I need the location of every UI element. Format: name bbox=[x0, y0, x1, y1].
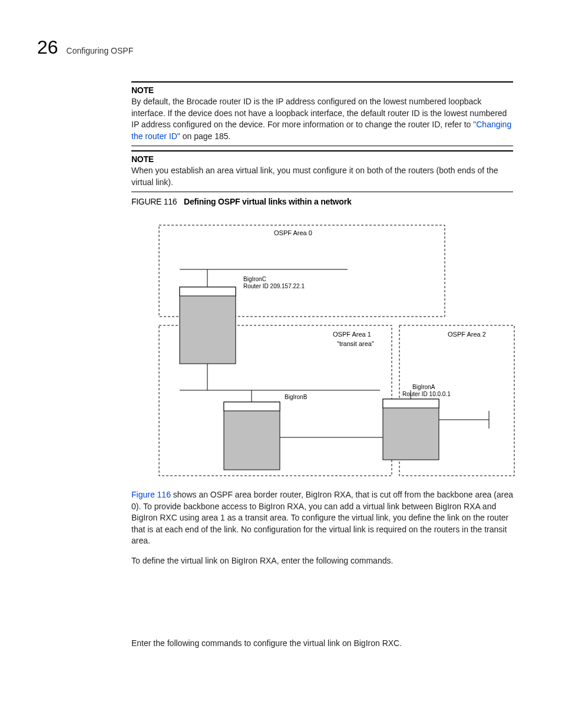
routerA-name: BigIronA bbox=[412, 384, 435, 390]
figure-title: Defining OSPF virtual links within a net… bbox=[184, 197, 351, 206]
area1-label-b: "transit area" bbox=[337, 340, 374, 347]
note-text-post: on page 185. bbox=[180, 131, 231, 141]
chapter-number: 26 bbox=[37, 37, 58, 58]
paragraph-2: To define the virtual link on BigIron RX… bbox=[131, 555, 513, 567]
area2-label: OSPF Area 2 bbox=[448, 331, 486, 338]
area0-label: OSPF Area 0 bbox=[274, 229, 312, 236]
area1-label-a: OSPF Area 1 bbox=[333, 331, 371, 338]
note-heading: NOTE bbox=[131, 154, 513, 164]
note-block-2: NOTE When you establish an area virtual … bbox=[131, 150, 513, 200]
figure-label: FIGURE 116 bbox=[131, 197, 177, 206]
note-block-1: NOTE By default, the Brocade router ID i… bbox=[131, 81, 513, 154]
note-body: When you establish an area virtual link,… bbox=[131, 165, 513, 188]
svg-rect-2 bbox=[383, 399, 439, 408]
svg-rect-0 bbox=[180, 287, 236, 296]
routerC-box bbox=[180, 287, 236, 364]
paragraph-1-rest: shows an OSPF area border router, BigIro… bbox=[131, 490, 513, 545]
note-body: By default, the Brocade router ID is the… bbox=[131, 96, 513, 142]
paragraph-3: Enter the following commands to configur… bbox=[131, 638, 513, 650]
svg-rect-1 bbox=[224, 402, 280, 411]
figure-diagram: OSPF Area 0 OSPF Area 1 "transit area" O… bbox=[156, 222, 515, 482]
chapter-title: Configuring OSPF bbox=[67, 46, 134, 55]
routerC-name: BigIronC bbox=[243, 276, 266, 282]
routerB-name: BigIronB bbox=[285, 394, 308, 400]
page-header: 26 Configuring OSPF bbox=[37, 37, 133, 58]
figure-caption-row: FIGURE 116 Defining OSPF virtual links w… bbox=[131, 197, 513, 206]
note-text-pre: By default, the Brocade router ID is the… bbox=[131, 97, 507, 129]
link-figure-116[interactable]: Figure 116 bbox=[131, 490, 171, 499]
routerA-id: Router ID 10.0.0.1 bbox=[402, 391, 451, 397]
paragraph-1: Figure 116 shows an OSPF area border rou… bbox=[131, 489, 513, 547]
routerC-id: Router ID 209.157.22.1 bbox=[243, 283, 305, 289]
body-content: Figure 116 shows an OSPF area border rou… bbox=[131, 489, 513, 657]
routerB-box bbox=[224, 402, 280, 470]
note-heading: NOTE bbox=[131, 85, 513, 95]
